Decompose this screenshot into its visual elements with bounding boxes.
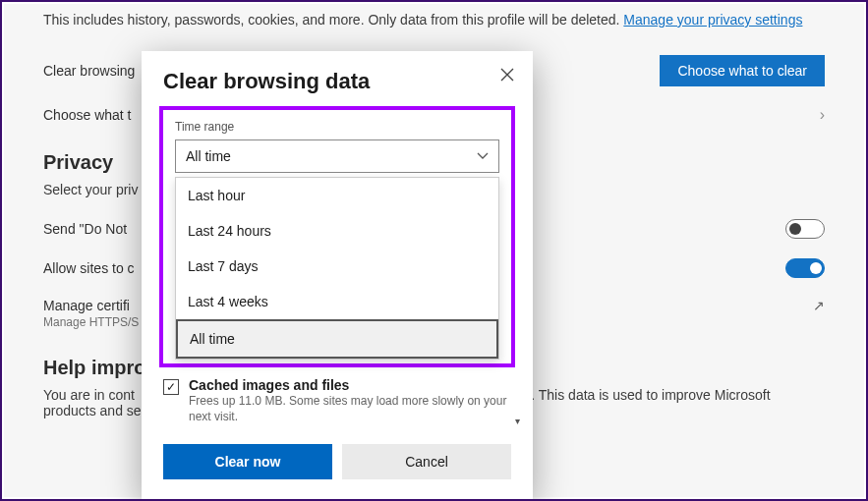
cancel-button[interactable]: Cancel: [342, 444, 511, 479]
list-scrollbar[interactable]: ▾: [509, 373, 525, 426]
help-text-pre: You are in cont: [43, 387, 135, 403]
time-range-option[interactable]: Last hour: [176, 178, 498, 213]
cached-images-checkbox[interactable]: ✓: [163, 379, 179, 395]
time-range-option[interactable]: Last 24 hours: [176, 213, 498, 249]
allow-sites-label: Allow sites to c: [43, 260, 135, 276]
scroll-down-icon: ▾: [515, 416, 520, 426]
dnt-toggle[interactable]: [785, 219, 825, 239]
time-range-option[interactable]: Last 7 days: [176, 249, 498, 284]
time-range-selected: All time: [186, 148, 231, 164]
clear-browsing-data-dialog: Clear browsing data Time range All time …: [142, 51, 533, 499]
clear-browsing-label: Clear browsing: [43, 63, 135, 79]
intro-prefix: This includes history, passwords, cookie…: [43, 12, 623, 28]
clear-now-button[interactable]: Clear now: [163, 444, 332, 479]
cached-images-row: ✓ Cached images and files Frees up 11.0 …: [163, 373, 511, 426]
dialog-title: Clear browsing data: [163, 69, 511, 94]
cached-images-desc: Frees up 11.0 MB. Some sites may load mo…: [189, 393, 511, 424]
choose-what-to-clear-button[interactable]: Choose what to clear: [660, 55, 825, 86]
time-range-option[interactable]: Last 4 weeks: [176, 284, 498, 319]
time-range-highlight: Time range All time Last hour Last 24 ho…: [159, 106, 515, 367]
time-range-options: Last hour Last 24 hours Last 7 days Last…: [175, 177, 499, 360]
chevron-down-icon: [477, 149, 489, 163]
allow-sites-toggle[interactable]: [785, 258, 825, 278]
external-link-icon: ↗: [813, 298, 825, 313]
data-type-list: ✓ Cached images and files Frees up 11.0 …: [163, 373, 511, 426]
time-range-option-selected[interactable]: All time: [176, 319, 498, 359]
manage-cert-label: Manage certifi: [43, 298, 130, 313]
close-icon[interactable]: [497, 65, 517, 84]
dialog-buttons: Clear now Cancel: [163, 444, 511, 479]
cached-images-title: Cached images and files: [189, 377, 511, 393]
time-range-dropdown[interactable]: All time: [175, 139, 499, 173]
chevron-right-icon: ›: [820, 106, 825, 124]
manage-privacy-link[interactable]: Manage your privacy settings: [623, 12, 802, 28]
choose-what-label: Choose what t: [43, 107, 132, 123]
time-range-label: Time range: [175, 120, 499, 134]
intro-text: This includes history, passwords, cookie…: [43, 12, 825, 28]
dnt-label: Send "Do Not: [43, 221, 127, 237]
